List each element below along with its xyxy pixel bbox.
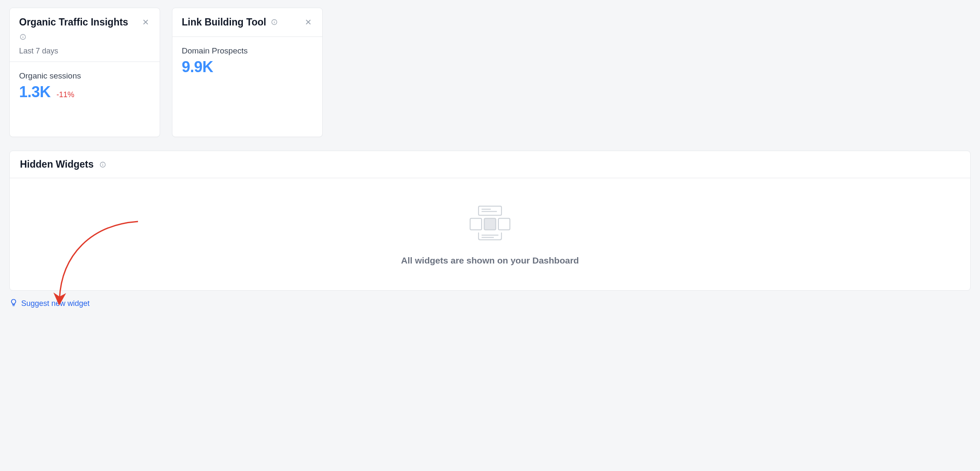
link-metric-label: Domain Prospects xyxy=(182,46,313,56)
svg-point-7 xyxy=(274,21,274,21)
organic-metric-value: 1.3K xyxy=(19,83,51,101)
widgets-row: Organic Traffic Insights xyxy=(9,8,971,137)
organic-metric-label: Organic sessions xyxy=(19,71,150,81)
close-icon[interactable] xyxy=(304,17,313,27)
info-icon[interactable] xyxy=(99,161,107,168)
empty-dashboard-icon xyxy=(467,205,513,244)
link-metric-value: 9.9K xyxy=(182,58,213,76)
hidden-widgets-empty-text: All widgets are shown on your Dashboard xyxy=(401,254,579,267)
organic-card-title: Organic Traffic Insights xyxy=(19,16,128,29)
suggest-new-widget-link[interactable]: Suggest new widget xyxy=(9,298,90,309)
svg-point-2 xyxy=(23,36,23,36)
organic-metric-delta: -11% xyxy=(56,90,74,99)
svg-point-12 xyxy=(102,163,103,163)
link-building-card: Link Building Tool xyxy=(172,8,323,137)
organic-traffic-card: Organic Traffic Insights xyxy=(9,8,160,137)
lightbulb-icon xyxy=(9,298,18,309)
suggest-new-widget-label: Suggest new widget xyxy=(21,299,90,308)
info-icon[interactable] xyxy=(270,18,278,26)
svg-rect-13 xyxy=(479,206,501,216)
svg-rect-16 xyxy=(470,219,482,230)
link-card-title: Link Building Tool xyxy=(182,16,266,29)
hidden-widgets-panel: Hidden Widgets All widgets are shown on … xyxy=(9,151,971,291)
organic-card-period: Last 7 days xyxy=(19,47,150,56)
hidden-widgets-title: Hidden Widgets xyxy=(20,159,94,170)
info-icon[interactable] xyxy=(19,33,27,41)
close-icon[interactable] xyxy=(141,17,150,27)
svg-rect-18 xyxy=(498,219,510,230)
svg-rect-17 xyxy=(484,219,496,230)
